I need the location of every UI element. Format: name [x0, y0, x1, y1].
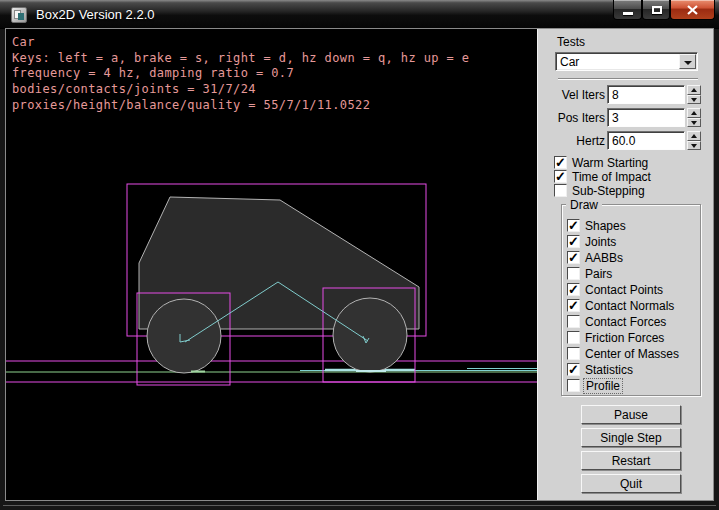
checkbox[interactable]: ✓ — [567, 219, 580, 232]
checkbox-label: Shapes — [585, 219, 626, 233]
single-step-button[interactable]: Single Step — [581, 428, 681, 447]
arrow-down-icon — [691, 144, 697, 148]
tests-dropdown-value: Car — [560, 55, 579, 69]
checkbox[interactable]: ✓ — [567, 363, 580, 376]
chevron-down-icon — [684, 61, 692, 65]
control-panel: Tests Car Vel Iters8Pos Iters3Hertz60.0 … — [537, 29, 713, 500]
checkbox-row[interactable]: ✓Joints — [567, 235, 679, 248]
app-icon — [11, 7, 27, 23]
checkbox[interactable]: ✓ — [567, 283, 580, 296]
checkbox[interactable] — [567, 347, 580, 360]
checkbox-row[interactable]: ✓AABBs — [567, 251, 679, 264]
spinner-row: Hertz60.0 — [538, 131, 714, 150]
checkbox-label: Contact Normals — [585, 299, 674, 313]
debug-stats-text: CarKeys: left = a, brake = s, right = d,… — [12, 35, 469, 114]
spinner-label: Pos Iters — [538, 111, 605, 125]
stats-line: Car — [12, 35, 469, 51]
checkbox-row[interactable]: Pairs — [567, 267, 679, 280]
minimize-button[interactable] — [613, 0, 642, 20]
checkbox-row[interactable]: ✓Warm Starting — [554, 156, 651, 169]
checkbox-label: Statistics — [585, 363, 633, 377]
spinner-input[interactable]: 3 — [607, 108, 685, 127]
checkbox[interactable] — [567, 315, 580, 328]
spinner-row: Vel Iters8 — [538, 85, 714, 104]
separator — [558, 78, 698, 80]
spinner-stepper — [687, 108, 701, 127]
spinner-input[interactable]: 60.0 — [607, 131, 685, 150]
checkbox-row[interactable]: ✓Contact Normals — [567, 299, 679, 312]
close-button[interactable] — [670, 0, 715, 20]
checkbox-label: Warm Starting — [572, 156, 648, 170]
checkbox-row[interactable]: Contact Forces — [567, 315, 679, 328]
arrow-up-icon — [691, 111, 697, 115]
maximize-button[interactable] — [642, 0, 670, 20]
spin-down-button[interactable] — [687, 95, 701, 105]
checkbox-label: Pairs — [585, 267, 612, 281]
draw-group: Draw ✓Shapes✓Joints✓AABBsPairs✓Contact P… — [561, 204, 701, 396]
checkbox-label: Friction Forces — [585, 331, 664, 345]
checkbox-row[interactable]: ✓Shapes — [567, 219, 679, 232]
arrow-down-icon — [691, 98, 697, 102]
checkbox[interactable] — [554, 184, 567, 197]
checkbox-row[interactable]: ✓Time of Impact — [554, 170, 651, 183]
checkbox-row[interactable]: ✓Statistics — [567, 363, 679, 376]
caption-buttons — [613, 0, 715, 20]
simulation-toggles: ✓Warm Starting✓Time of ImpactSub-Steppin… — [554, 156, 651, 198]
close-icon — [687, 5, 698, 15]
spin-up-button[interactable] — [687, 108, 701, 118]
arrow-down-icon — [691, 121, 697, 125]
checkbox-label: Joints — [585, 235, 616, 249]
spin-up-button[interactable] — [687, 131, 701, 141]
tests-label: Tests — [557, 35, 585, 49]
spinner-stepper — [687, 85, 701, 104]
checkbox-label: Contact Forces — [585, 315, 666, 329]
checkbox[interactable]: ✓ — [567, 251, 580, 264]
simulation-canvas[interactable]: CarKeys: left = a, brake = s, right = d,… — [6, 29, 537, 500]
checkbox-label: Sub-Stepping — [572, 184, 645, 198]
checkbox-label: Time of Impact — [572, 170, 651, 184]
checkbox-row[interactable]: ✓Contact Points — [567, 283, 679, 296]
checkbox-label: Profile — [583, 378, 623, 394]
spin-down-button[interactable] — [687, 141, 701, 151]
checkbox[interactable] — [567, 331, 580, 344]
minimize-icon — [623, 12, 633, 15]
spinner-row: Pos Iters3 — [538, 108, 714, 127]
checkbox[interactable]: ✓ — [567, 299, 580, 312]
spin-up-button[interactable] — [687, 85, 701, 95]
checkbox[interactable]: ✓ — [567, 235, 580, 248]
stats-line: proxies/height/balance/quality = 55/7/1/… — [12, 98, 469, 114]
checkbox-label: Center of Masses — [585, 347, 679, 361]
pause-button[interactable]: Pause — [581, 405, 681, 424]
checkbox[interactable]: ✓ — [554, 170, 567, 183]
tests-dropdown-button[interactable] — [679, 54, 696, 69]
spinner-stepper — [687, 131, 701, 150]
spinner-label: Hertz — [538, 134, 605, 148]
quit-button[interactable]: Quit — [581, 474, 681, 493]
maximize-icon — [652, 6, 662, 14]
checkbox-row[interactable]: Profile — [567, 379, 679, 392]
stats-line: Keys: left = a, brake = s, right = d, hz… — [12, 51, 469, 67]
spin-down-button[interactable] — [687, 118, 701, 128]
app-window: Box2D Version 2.2.0 — [0, 0, 719, 510]
iteration-settings: Vel Iters8Pos Iters3Hertz60.0 — [538, 85, 714, 154]
action-buttons: PauseSingle StepRestartQuit — [581, 405, 681, 497]
checkbox[interactable] — [567, 379, 580, 392]
spinner-label: Vel Iters — [538, 88, 605, 102]
checkbox-row[interactable]: Sub-Stepping — [554, 184, 651, 197]
stats-line: frequency = 4 hz, damping ratio = 0.7 — [12, 66, 469, 82]
checkbox[interactable] — [567, 267, 580, 280]
checkbox-label: AABBs — [585, 251, 623, 265]
client-area: CarKeys: left = a, brake = s, right = d,… — [6, 29, 713, 500]
title-bar[interactable]: Box2D Version 2.2.0 — [0, 0, 719, 29]
checkbox-row[interactable]: Friction Forces — [567, 331, 679, 344]
spinner-input[interactable]: 8 — [607, 85, 685, 104]
window-title: Box2D Version 2.2.0 — [36, 7, 155, 22]
draw-toggles: ✓Shapes✓Joints✓AABBsPairs✓Contact Points… — [567, 219, 679, 395]
checkbox[interactable]: ✓ — [554, 156, 567, 169]
arrow-up-icon — [691, 88, 697, 92]
checkbox-row[interactable]: Center of Masses — [567, 347, 679, 360]
draw-group-label: Draw — [566, 198, 602, 212]
arrow-up-icon — [691, 134, 697, 138]
tests-dropdown[interactable]: Car — [555, 52, 698, 71]
restart-button[interactable]: Restart — [581, 451, 681, 470]
